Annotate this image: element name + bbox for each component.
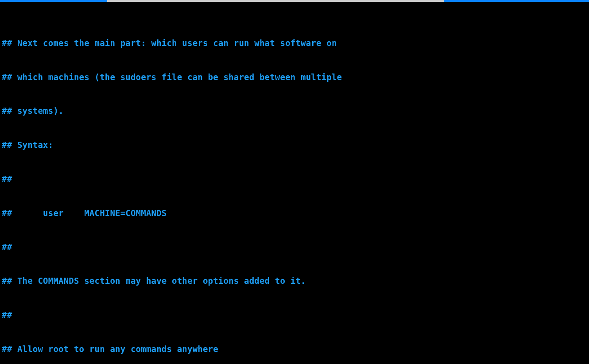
comment-line: ## Next comes the main part: which users…: [2, 38, 337, 48]
comment-line: ## user MACHINE=COMMANDS: [2, 208, 167, 218]
comment-line: ##: [2, 310, 12, 320]
window-titlebar: [0, 0, 589, 2]
comment-line: ## Allow root to run any commands anywhe…: [2, 344, 218, 354]
terminal-viewport[interactable]: ## Next comes the main part: which users…: [0, 2, 589, 364]
comment-line: ## systems).: [2, 106, 64, 116]
comment-line: ##: [2, 242, 12, 252]
comment-line: ## The COMMANDS section may have other o…: [2, 276, 306, 286]
comment-line: ## Syntax:: [2, 140, 53, 150]
comment-line: ##: [2, 174, 12, 184]
comment-line: ## which machines (the sudoers file can …: [2, 72, 342, 82]
